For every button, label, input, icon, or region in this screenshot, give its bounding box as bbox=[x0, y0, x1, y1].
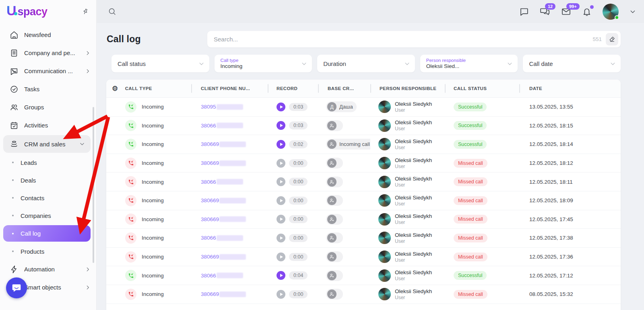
sidebar-item-newsfeed[interactable]: Newsfeed bbox=[0, 26, 96, 44]
sidebar-item-communication[interactable]: Communication ... bbox=[0, 62, 96, 80]
play-record-button[interactable] bbox=[277, 271, 285, 280]
comments-icon[interactable] bbox=[519, 7, 529, 16]
column-header-call-type[interactable]: CALL TYPE bbox=[125, 86, 152, 91]
base-created-chip[interactable] bbox=[326, 177, 343, 187]
play-record-button[interactable] bbox=[277, 103, 285, 111]
table-row[interactable]: Incoming 380669 0:00 Oleksii Siedykh Use… bbox=[106, 191, 621, 210]
table-row[interactable]: Incoming 38066 0:00 Oleksii Siedykh User bbox=[106, 172, 621, 191]
support-chat-button[interactable] bbox=[6, 277, 27, 298]
sidebar-item-automation[interactable]: Automation bbox=[0, 260, 96, 278]
column-header-date[interactable]: DATE bbox=[519, 80, 621, 97]
client-phone-link[interactable]: 38095 bbox=[201, 104, 216, 110]
chevron-right-icon bbox=[85, 50, 91, 56]
base-created-chip[interactable] bbox=[326, 232, 343, 243]
sidebar-item-call-log[interactable]: Call log bbox=[3, 225, 91, 242]
chip-avatar bbox=[327, 233, 336, 242]
sidebar-item-company[interactable]: Company and pe... bbox=[0, 44, 96, 62]
notifications-bell-icon[interactable] bbox=[582, 7, 592, 16]
table-row[interactable]: Incoming 380669 0:00 Oleksii Siedykh Use… bbox=[106, 248, 621, 267]
sidebar-item-label: Activities bbox=[24, 122, 91, 129]
table-row[interactable]: Incoming 380669 0:00 Oleksii Siedykh Use… bbox=[106, 154, 621, 173]
client-phone-link[interactable]: 380669 bbox=[201, 291, 219, 297]
base-created-chip[interactable] bbox=[326, 120, 343, 131]
call-type-value: Incoming bbox=[142, 197, 164, 203]
client-phone-link[interactable]: 38066 bbox=[201, 273, 216, 279]
sidebar-item-groups[interactable]: Groups bbox=[0, 98, 96, 116]
base-created-chip[interactable] bbox=[326, 214, 343, 225]
play-record-button[interactable] bbox=[277, 159, 285, 168]
table-row[interactable]: Incoming 38066 0:04 Oleksii Siedykh User bbox=[106, 266, 621, 285]
person-name: Oleksii Siedykh bbox=[395, 213, 432, 219]
sidebar-item-crm-and-sales[interactable]: CRM and sales bbox=[3, 135, 91, 153]
column-header-record[interactable]: RECORD bbox=[268, 80, 318, 97]
sidebar-item-companies[interactable]: Companies bbox=[0, 207, 96, 224]
base-created-chip[interactable] bbox=[326, 251, 343, 262]
filter-call-type[interactable]: Call typeIncoming bbox=[215, 55, 312, 72]
sidebar-item-products[interactable]: Products bbox=[0, 242, 96, 260]
chats-icon[interactable]: 12 bbox=[540, 7, 550, 16]
table-row[interactable]: Incoming 38095 0:03 Д Даша Oleksii Siedy… bbox=[106, 98, 621, 117]
uspacy-logo[interactable]: Uspacy bbox=[6, 3, 47, 21]
client-phone-link[interactable]: 380669 bbox=[201, 197, 219, 203]
filter-duration[interactable]: Duration bbox=[317, 55, 415, 72]
person-plus-icon bbox=[329, 273, 334, 278]
account-menu-chevron-icon[interactable] bbox=[630, 8, 636, 15]
person-role: User bbox=[395, 220, 432, 225]
sidebar-item-activities[interactable]: Activities bbox=[0, 116, 96, 134]
table-settings-gear-icon[interactable]: ⚙ bbox=[112, 85, 118, 92]
client-phone-link[interactable]: 380669 bbox=[201, 254, 219, 260]
play-record-button[interactable] bbox=[277, 140, 285, 149]
table-row[interactable]: Incoming 380669 0:02 Incoming call 3 Ole… bbox=[106, 135, 621, 154]
sidebar-item-tasks[interactable]: Tasks bbox=[0, 80, 96, 98]
play-record-button[interactable] bbox=[277, 121, 285, 130]
base-created-chip[interactable] bbox=[326, 158, 343, 168]
base-created-chip[interactable] bbox=[326, 270, 343, 281]
sidebar-item-label: Tasks bbox=[24, 86, 91, 92]
mail-icon[interactable]: 99+ bbox=[561, 7, 571, 16]
base-created-chip[interactable]: Incoming call 3 bbox=[326, 139, 370, 150]
client-phone-link[interactable]: 38066 bbox=[201, 123, 216, 129]
clear-filters-button[interactable] bbox=[606, 33, 618, 45]
sidebar-nav: Newsfeed Company and pe... Communication… bbox=[0, 23, 96, 296]
table-row[interactable]: Incoming 380669 0:00 Oleksii Siedykh Use… bbox=[106, 210, 621, 229]
filter-bar: Call status Call typeIncoming Duration P… bbox=[97, 53, 644, 79]
column-header-person-responsible[interactable]: PERSON RESPONSIBLE bbox=[370, 80, 445, 97]
base-created-chip[interactable] bbox=[326, 289, 343, 300]
client-phone-link[interactable]: 38066 bbox=[201, 179, 216, 185]
sidebar-item-leads[interactable]: Leads bbox=[0, 154, 96, 171]
bullet-icon bbox=[12, 162, 14, 163]
pin-sidebar-icon[interactable] bbox=[82, 8, 89, 15]
table-row[interactable]: Incoming 380669 0:00 Oleksii Siedykh Use… bbox=[106, 285, 621, 304]
play-record-button[interactable] bbox=[277, 196, 285, 205]
client-phone-link[interactable]: 380669 bbox=[201, 141, 219, 147]
filter-call-date[interactable]: Call date bbox=[523, 55, 621, 72]
play-record-button[interactable] bbox=[277, 290, 285, 299]
play-record-button[interactable] bbox=[277, 177, 285, 186]
play-record-button[interactable] bbox=[277, 253, 285, 261]
client-phone-link[interactable]: 380669 bbox=[201, 160, 219, 166]
sidebar-item-contacts[interactable]: Contacts bbox=[0, 189, 96, 207]
play-record-button[interactable] bbox=[277, 234, 285, 242]
column-header-base[interactable]: BASE CR... bbox=[318, 80, 370, 97]
filter-person-responsible[interactable]: Person responsibleOleksii Sied... bbox=[420, 55, 518, 72]
sidebar-subitem-label: Contacts bbox=[21, 195, 44, 201]
filter-call-status[interactable]: Call status bbox=[111, 55, 209, 72]
column-header-client-phone[interactable]: CLIENT PHONE NU... bbox=[191, 80, 268, 97]
user-avatar[interactable] bbox=[603, 4, 619, 20]
base-created-chip[interactable] bbox=[326, 195, 343, 206]
table-row[interactable]: Incoming 38066 0:00 Oleksii Siedykh User bbox=[106, 229, 621, 248]
search-icon[interactable] bbox=[108, 7, 116, 16]
filter-value: Incoming bbox=[221, 63, 301, 70]
column-header-call-status[interactable]: CALL STATUS bbox=[445, 80, 519, 97]
client-phone-link[interactable]: 38066 bbox=[201, 235, 216, 241]
client-phone-link[interactable]: 380669 bbox=[201, 216, 219, 222]
play-record-button[interactable] bbox=[277, 215, 285, 224]
table-row[interactable]: Incoming 38066 0:03 Oleksii Siedykh User bbox=[106, 117, 621, 135]
base-created-chip[interactable]: Д Даша bbox=[326, 101, 357, 112]
sidebar-subitem-label: Companies bbox=[21, 212, 51, 219]
sidebar-scrollbar[interactable] bbox=[93, 107, 94, 263]
person-name: Oleksii Siedykh bbox=[395, 195, 432, 201]
search-input[interactable] bbox=[214, 36, 592, 43]
person-role: User bbox=[395, 107, 432, 113]
sidebar-item-deals[interactable]: Deals bbox=[0, 171, 96, 189]
